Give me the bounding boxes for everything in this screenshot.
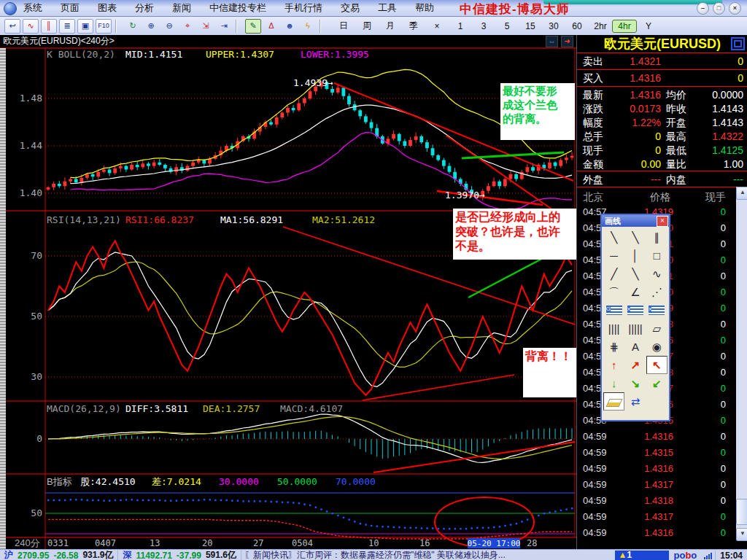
- cycle-line-icon[interactable]: |||||: [624, 319, 646, 338]
- ray-line-icon[interactable]: ╲: [624, 228, 646, 246]
- svg-text:05-20 17:00: 05-20 17:00: [468, 539, 521, 548]
- channel-icon[interactable]: ▱: [646, 319, 667, 338]
- period-30[interactable]: 30: [542, 20, 565, 32]
- system-menu-icon[interactable]: [4, 2, 17, 15]
- trend-line-icon[interactable]: ╲: [603, 228, 624, 246]
- menu-图表[interactable]: 图表: [96, 1, 118, 15]
- arrow-up-red-icon[interactable]: ↑: [603, 356, 624, 374]
- menu-帮助[interactable]: 帮助: [414, 1, 436, 15]
- arrow-downright-green-icon[interactable]: ↘: [624, 374, 646, 392]
- online-users-icon[interactable]: ☻☻: [282, 19, 298, 34]
- percent-line2-icon[interactable]: x: [646, 301, 667, 319]
- minimize-button[interactable]: –: [697, 2, 709, 15]
- menu-系统[interactable]: 系统: [22, 1, 44, 15]
- close-button[interactable]: ×: [729, 2, 741, 15]
- zoom-in-icon[interactable]: ⊕: [143, 19, 159, 34]
- menu-分析[interactable]: 分析: [133, 1, 155, 15]
- period-Y[interactable]: Y: [637, 20, 660, 32]
- sz-amount: 591.6亿: [206, 549, 236, 560]
- kline-chart-icon[interactable]: ║: [41, 19, 57, 34]
- annotation-divergence[interactable]: 背离！！: [523, 348, 583, 397]
- refresh-icon[interactable]: ↻: [125, 19, 141, 34]
- arc-icon[interactable]: ⌒: [603, 283, 624, 301]
- period-×[interactable]: ×: [425, 20, 449, 32]
- draw-line-tool-icon[interactable]: ✎: [245, 19, 261, 34]
- tick-row: 04:591.43160: [577, 461, 736, 477]
- wave-line-icon[interactable]: ∿: [646, 265, 667, 283]
- trend-chart-icon[interactable]: ∿: [23, 19, 39, 34]
- arrow-down-green-icon[interactable]: ↓: [603, 374, 624, 392]
- text-tool-icon[interactable]: A: [624, 338, 646, 356]
- left-splitter[interactable]: [0, 48, 6, 549]
- f10-info-icon[interactable]: F10: [96, 19, 112, 34]
- segment-icon[interactable]: ╲: [624, 265, 646, 283]
- cycle-circle-icon[interactable]: ◉: [646, 338, 667, 356]
- arrow-upleft-red-icon[interactable]: ↖: [646, 356, 667, 374]
- news-ticker[interactable]: 〖新闻快讯〗汇市周评：数据暴露经济仍需"维稳" 美联储难以抽身...: [241, 549, 616, 560]
- period-3[interactable]: 3: [472, 20, 495, 32]
- quote-list-icon[interactable]: ≣: [59, 19, 75, 34]
- alarm-bell-icon[interactable]: Δ: [263, 19, 279, 34]
- scroll-up-icon[interactable]: ▲: [736, 187, 747, 200]
- monitor-icon[interactable]: ▣: [77, 19, 93, 34]
- shenzhen-index: 深 11492.71 -37.99 591.6亿: [118, 550, 241, 560]
- menu-交易[interactable]: 交易: [339, 1, 361, 15]
- period-4hr[interactable]: 4hr: [612, 20, 637, 33]
- chart-region[interactable]: 欧元美元(EURUSD)<240分> ⇔ ➜ 1.481.441.4070503…: [0, 35, 576, 549]
- restore-pane-icon[interactable]: [731, 37, 745, 50]
- svg-text:LOWER:1.3995: LOWER:1.3995: [301, 49, 369, 60]
- goto-icon[interactable]: ⇥: [216, 19, 232, 34]
- period-2hr[interactable]: 2hr: [589, 20, 612, 32]
- draw-toolbox-close-icon[interactable]: ×: [657, 216, 668, 227]
- menu-工具[interactable]: 工具: [376, 1, 398, 15]
- period-日[interactable]: 日: [332, 19, 355, 33]
- svg-text:30: 30: [31, 371, 42, 382]
- period-60[interactable]: 60: [565, 20, 589, 32]
- menu-新闻[interactable]: 新闻: [171, 1, 193, 15]
- menu-手机行情[interactable]: 手机行情: [283, 1, 324, 15]
- period-月[interactable]: 月: [379, 19, 402, 33]
- chart-canvas[interactable]: 1.481.441.407050300501.4939→1.3970→K BOL…: [0, 35, 576, 549]
- parallel-line-icon[interactable]: ∥: [646, 228, 667, 246]
- zoom-out-icon[interactable]: ⊖: [161, 19, 177, 34]
- menu-页面[interactable]: 页面: [59, 1, 81, 15]
- scroll-thumb[interactable]: [736, 499, 747, 525]
- oblique-segment-icon[interactable]: ╱: [603, 265, 624, 283]
- vertical-line-icon[interactable]: │: [624, 246, 646, 265]
- period-周[interactable]: 周: [355, 19, 379, 33]
- annotation-breakout-question[interactable]: 是否已经形成向上的 突破？也许是，也许 不是。: [453, 209, 580, 260]
- period-15[interactable]: 15: [519, 20, 542, 32]
- draw-toolbox-window[interactable]: 画线 × ╲╲∥─│□╱╲∿⌒∠⋰Gxx|||||||||▱⋕A◉↑↗↖↓↘↙⇄: [600, 214, 670, 421]
- flash-news-icon[interactable]: ϟ: [300, 19, 316, 34]
- arrow-upright-red-icon[interactable]: ↗: [624, 356, 646, 374]
- back-icon[interactable]: ↩: [4, 19, 20, 34]
- scrollbar[interactable]: ▲ ▼: [736, 187, 747, 540]
- angle-line-icon[interactable]: ∠: [624, 283, 646, 301]
- period-1[interactable]: 1: [449, 20, 472, 32]
- maximize-button[interactable]: □: [713, 2, 725, 15]
- arrow-downleft-green-icon[interactable]: ↙: [646, 374, 667, 392]
- blank[interactable]: [646, 392, 667, 411]
- vertical-grid-icon[interactable]: ||||: [603, 319, 624, 338]
- golden-section-icon[interactable]: G: [603, 301, 624, 319]
- svg-text:16: 16: [419, 538, 430, 548]
- eraser-icon[interactable]: [603, 392, 624, 411]
- rectangle-icon[interactable]: □: [646, 246, 667, 265]
- svg-text:RSI1:66.8237: RSI1:66.8237: [125, 214, 194, 225]
- scroll-down-icon[interactable]: ▼: [736, 528, 747, 541]
- annotation-no-blue-divergence[interactable]: 最好不要形 成这个兰色 的背离。: [500, 83, 575, 140]
- brand-logo: pobo: [669, 550, 701, 560]
- next-page-icon[interactable]: ⇲: [198, 19, 214, 34]
- horizontal-line-icon[interactable]: ─: [603, 246, 624, 265]
- transfer-icon[interactable]: ⇄: [624, 392, 646, 411]
- period-5[interactable]: 5: [495, 20, 519, 32]
- regression-icon[interactable]: ⋕: [603, 338, 624, 356]
- outer-value: ---: [606, 172, 661, 187]
- period-季[interactable]: 季: [402, 19, 425, 33]
- alert-badge[interactable]: ▲1: [615, 551, 669, 560]
- shanghai-index: 沪 2709.95 -26.58 931.9亿: [0, 550, 118, 560]
- percent-line-icon[interactable]: x: [624, 301, 646, 319]
- menu-中信建投专栏[interactable]: 中信建投专栏: [208, 1, 268, 15]
- drag-hand-icon[interactable]: ⌖: [179, 19, 196, 34]
- gann-fan-icon[interactable]: ⋰: [646, 283, 667, 301]
